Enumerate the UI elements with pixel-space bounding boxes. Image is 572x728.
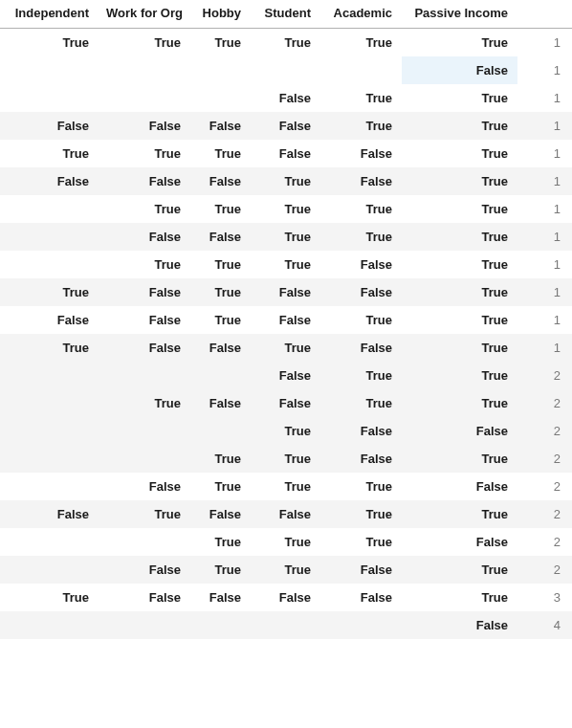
- cell-count: 2: [517, 500, 572, 528]
- cell-academic: True: [320, 223, 402, 251]
- cell-count: 1: [517, 223, 572, 251]
- cell-independent: True: [0, 334, 99, 362]
- cell-student: True: [251, 223, 320, 251]
- cell-student: True: [251, 251, 320, 278]
- cell-workfororg: False: [99, 112, 190, 140]
- cell-workfororg: False: [99, 334, 190, 362]
- cell-independent: False: [0, 167, 99, 195]
- cell-passiveincome: True: [402, 362, 517, 389]
- cell-academic: True: [320, 112, 402, 140]
- table-row[interactable]: FalseTrueTrue1: [0, 84, 572, 112]
- cell-student: [251, 56, 320, 84]
- table-row[interactable]: FalseTrueTrueFalseTrue2: [0, 556, 572, 584]
- cell-count: 1: [517, 167, 572, 195]
- cell-independent: True: [0, 584, 99, 611]
- cell-count: 3: [517, 584, 572, 611]
- cell-independent: True: [0, 140, 99, 167]
- cell-workfororg: True: [99, 500, 190, 528]
- cell-academic: False: [320, 584, 402, 611]
- cell-passiveincome: True: [402, 112, 517, 140]
- cell-independent: False: [0, 500, 99, 528]
- table-row[interactable]: FalseTrueTrueTrueFalse2: [0, 473, 572, 500]
- cell-count: 2: [517, 417, 572, 445]
- table-row[interactable]: FalseFalseFalseFalseTrueTrue1: [0, 112, 572, 140]
- cell-passiveincome: False: [402, 528, 517, 556]
- col-header-passiveincome[interactable]: Passive Income: [402, 0, 517, 29]
- cell-workfororg: [99, 611, 190, 639]
- cell-passiveincome: True: [402, 195, 517, 223]
- cell-hobby: [190, 56, 251, 84]
- table-row[interactable]: TrueTrueTrueFalseTrue1: [0, 251, 572, 278]
- cell-workfororg: [99, 84, 190, 112]
- cell-independent: [0, 195, 99, 223]
- table-row[interactable]: FalseFalseTrueFalseTrueTrue1: [0, 306, 572, 334]
- cell-independent: [0, 417, 99, 445]
- table-row[interactable]: TrueFalseTrueFalseFalseTrue1: [0, 278, 572, 306]
- cell-workfororg: True: [99, 29, 190, 57]
- table-row[interactable]: TrueTrueTrueFalse2: [0, 528, 572, 556]
- cell-count: 1: [517, 278, 572, 306]
- cell-count: 2: [517, 528, 572, 556]
- cell-academic: False: [320, 167, 402, 195]
- cell-independent: [0, 223, 99, 251]
- cell-student: False: [251, 306, 320, 334]
- table-row[interactable]: TrueTrueTrueFalseFalseTrue1: [0, 140, 572, 167]
- table-header-row: Independent Work for Org Hobby Student A…: [0, 0, 572, 29]
- cell-count: 1: [517, 112, 572, 140]
- cell-passiveincome: True: [402, 389, 517, 417]
- table-row[interactable]: TrueFalseFalse2: [0, 417, 572, 445]
- cell-passiveincome: True: [402, 84, 517, 112]
- cell-academic: True: [320, 500, 402, 528]
- cell-passiveincome: True: [402, 556, 517, 584]
- cell-hobby: False: [190, 167, 251, 195]
- cell-hobby: [190, 611, 251, 639]
- cell-independent: [0, 445, 99, 473]
- cell-independent: [0, 473, 99, 500]
- cell-hobby: True: [190, 251, 251, 278]
- table-row[interactable]: TrueFalseFalseTrueTrue2: [0, 389, 572, 417]
- col-header-workfororg[interactable]: Work for Org: [99, 0, 190, 29]
- cell-hobby: False: [190, 584, 251, 611]
- cell-hobby: False: [190, 500, 251, 528]
- cell-academic: [320, 611, 402, 639]
- cell-workfororg: False: [99, 556, 190, 584]
- table-row[interactable]: FalseFalseFalseTrueFalseTrue1: [0, 167, 572, 195]
- col-header-independent[interactable]: Independent: [0, 0, 99, 29]
- cell-hobby: False: [190, 223, 251, 251]
- cell-passiveincome: True: [402, 140, 517, 167]
- cell-workfororg: False: [99, 584, 190, 611]
- cell-independent: [0, 84, 99, 112]
- cell-workfororg: [99, 417, 190, 445]
- col-header-academic[interactable]: Academic: [320, 0, 402, 29]
- cell-academic: False: [320, 556, 402, 584]
- cell-passiveincome: False: [402, 417, 517, 445]
- cell-workfororg: True: [99, 251, 190, 278]
- table-row[interactable]: TrueTrueFalseTrue2: [0, 445, 572, 473]
- cell-hobby: [190, 417, 251, 445]
- table-row[interactable]: FalseTrueFalseFalseTrueTrue2: [0, 500, 572, 528]
- cell-student: True: [251, 473, 320, 500]
- cell-student: False: [251, 389, 320, 417]
- cell-independent: [0, 528, 99, 556]
- cell-count: 1: [517, 29, 572, 57]
- table-row[interactable]: TrueTrueTrueTrueTrue1: [0, 195, 572, 223]
- cell-student: False: [251, 584, 320, 611]
- cell-count: 2: [517, 389, 572, 417]
- table-row[interactable]: FalseTrueTrue2: [0, 362, 572, 389]
- cell-count: 2: [517, 556, 572, 584]
- table-row[interactable]: TrueFalseFalseTrueFalseTrue1: [0, 334, 572, 362]
- col-header-student[interactable]: Student: [251, 0, 320, 29]
- table-row[interactable]: False1: [0, 56, 572, 84]
- table-row[interactable]: TrueTrueTrueTrueTrueTrue1: [0, 29, 572, 57]
- cell-passiveincome: True: [402, 584, 517, 611]
- cell-hobby: False: [190, 389, 251, 417]
- cell-workfororg: False: [99, 306, 190, 334]
- table-row[interactable]: FalseFalseTrueTrueTrue1: [0, 223, 572, 251]
- cell-passiveincome: True: [402, 251, 517, 278]
- cell-academic: True: [320, 195, 402, 223]
- col-header-count: [517, 0, 572, 29]
- col-header-hobby[interactable]: Hobby: [190, 0, 251, 29]
- table-row[interactable]: TrueFalseFalseFalseFalseTrue3: [0, 584, 572, 611]
- cell-independent: [0, 389, 99, 417]
- table-row[interactable]: False4: [0, 611, 572, 639]
